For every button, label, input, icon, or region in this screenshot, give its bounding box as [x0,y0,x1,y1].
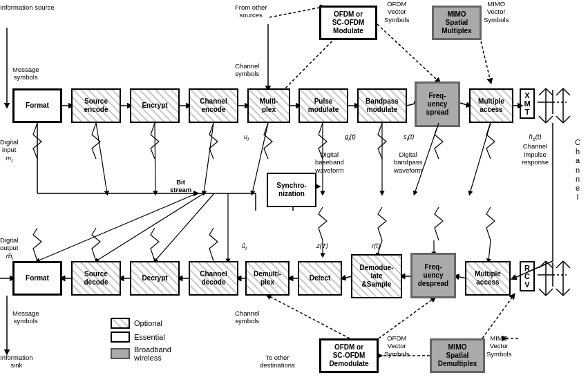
format-bot-box: Format [12,261,62,296]
freq-spread-top-box: Freq-uencyspread [415,81,460,127]
ofdm-modulate-box: OFDM orSC-OFDMModulate [319,6,377,40]
ofdm-vector-bot-label: OFDMVectorSymbols [384,334,409,358]
demodulate-box: Demodue-late&Sample [351,254,402,298]
bandpass-modulate-box: Bandpassmodulate [357,88,407,123]
svg-line-16 [481,41,491,81]
multiple-access-bot-box: Multipleaccess [465,261,511,296]
info-source-label: Information source [0,3,55,11]
sync-label: Synchro-nization [276,182,306,198]
diagram: Format Source encode Encrypt Channelenco… [0,0,588,384]
legend-optional-box [111,318,130,329]
svg-line-29 [155,193,214,261]
hc-t-label: hc(t)Channelimpulseresponse [522,133,549,166]
format-bot-label: Format [26,274,49,282]
mimo-demultiplex-box: MIMOSpatialDemultiplex [430,338,485,373]
svg-line-82 [556,289,563,296]
decrypt-label: Decrypt [142,274,167,282]
antenna-bot2 [553,254,573,299]
decrypt-box: Decrypt [130,261,180,296]
to-other-label: To otherdestinations [260,354,295,369]
svg-line-20 [155,123,155,193]
svg-line-8 [460,103,469,106]
info-sink-label: Informationsink [0,354,33,369]
si-t-label: si(t) [404,133,414,142]
detect-box: Detect [298,261,342,296]
svg-line-21 [204,123,214,193]
svg-line-78 [546,289,553,296]
svg-line-61 [489,240,491,261]
mimo-multiplex-box: MIMOSpatialMultiplex [432,6,482,40]
source-decode-box: Sourcedecode [71,261,121,296]
from-other-label: From othersources [235,3,267,19]
demodulate-label: Demodue-late&Sample [360,264,394,289]
svg-line-22 [252,123,268,193]
ofdm-demodulate-box: OFDM orSC-OFDMDemodulate [319,338,379,373]
svg-line-75 [539,261,546,268]
svg-line-54 [379,298,434,338]
channel-decode-box: Channeldecode [189,261,238,296]
svg-line-66 [546,88,553,95]
svg-line-72 [556,116,563,123]
mimo-vector-bot-label: MIMOVectorSymbols [486,334,511,358]
legend-broadband-label: Broadbandwireless [134,345,171,362]
digital-output-label: Digitaloutputm̂i [0,236,18,262]
svg-line-56 [482,296,513,338]
bit-stream-label: Bitstream [170,178,191,194]
format-top-label: Format [26,102,49,110]
freq-despread-label: Freq-uencydespread [418,263,448,288]
mimo-multiplex-label: MIMOSpatialMultiplex [442,10,471,35]
source-encode-box: Source encode [71,88,121,123]
svg-line-83 [563,289,570,296]
multiplex-label: Multi-plex [260,97,278,114]
pulse-modulate-box: Pulsemodulate [298,88,348,123]
synchronization-box: Synchro-nization [267,173,316,207]
svg-line-81 [563,261,570,268]
svg-line-15 [377,24,439,81]
channel-decode-label: Channeldecode [200,270,227,287]
svg-line-35 [470,123,491,193]
ofdm-modulate-label: OFDM orSC-OFDMModulate [332,10,365,35]
demultiplex-label: Demulti-plex [254,270,281,287]
encrypt-box: Encrypt [130,88,180,123]
digital-baseband-label: Digitalbasebandwaveform [315,151,344,174]
channel-side-label: Channel [575,138,580,202]
legend-essential-box [111,332,130,343]
svg-line-68 [546,116,553,123]
digital-input-label: Digitalinputmi [0,138,18,164]
svg-line-77 [539,289,546,296]
demultiplex-box: Demulti-plex [245,261,290,296]
svg-line-70 [556,88,563,95]
ui-label: ui [244,133,249,142]
pulse-modulate-label: Pulsemodulate [308,97,339,114]
freq-despread-box: Freq-uencydespread [410,253,456,298]
format-top-box: Format [12,88,62,123]
message-symbols-bot-label: Messagesymbols [12,309,39,325]
svg-line-19 [96,123,107,193]
multiple-access-top-box: Multipleaccess [469,88,513,123]
multiple-access-top-label: Multipleaccess [478,97,504,114]
legend-essential-label: Essential [134,333,165,341]
gi-t-label: gi(t) [345,133,356,142]
channel-symbols-top-label: Channelsymbols [235,62,259,78]
encrypt-label: Encrypt [142,102,167,110]
r-t-label: r(t) [372,242,380,249]
mimo-vector-top-label: MIMOVectorSymbols [484,0,509,23]
hat-ui-label: ûi [242,242,247,251]
z-T-label: z(T) [316,242,328,249]
channel-encode-box: Channelencode [189,88,238,123]
legend: Optional Essential Broadbandwireless [111,318,171,362]
xmt-label: XMT [520,88,535,119]
bandpass-modulate-label: Bandpassmodulate [366,97,399,114]
svg-line-30 [96,193,204,261]
svg-line-73 [563,116,570,123]
ofdm-vector-top-label: OFDMVectorSymbols [384,0,409,23]
digital-bandpass-label: Digitalbandpasswaveform [394,151,422,174]
svg-line-63 [269,7,323,17]
multiplex-box: Multi-plex [247,88,290,123]
channel-symbols-bot-label: Channelsymbols [235,309,259,325]
channel-encode-label: Channelencode [200,97,227,114]
message-symbols-top-label: Messagesymbols [12,66,39,81]
mimo-demultiplex-label: MIMOSpatialDemultiplex [438,343,477,368]
antenna-top2 [553,81,573,126]
freq-spread-top-label: Freq-uencyspread [426,92,449,117]
